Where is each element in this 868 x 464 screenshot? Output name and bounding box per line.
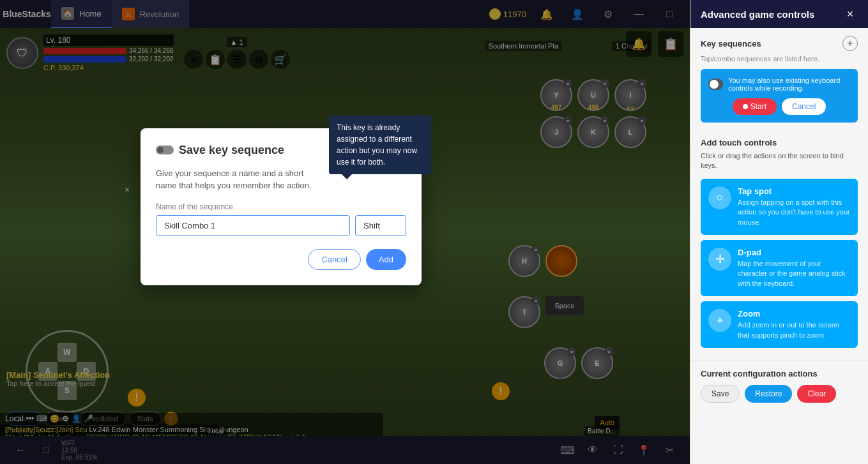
toggle-row: You may also use existing keyboard contr… bbox=[708, 77, 850, 92]
config-section: Current configuration actions Save Resto… bbox=[690, 361, 868, 410]
save-btn[interactable]: Save bbox=[701, 385, 740, 403]
start-recording-btn[interactable]: Start bbox=[733, 98, 777, 115]
save-sequence-dialog: Save key sequence × Give your sequence a… bbox=[141, 128, 422, 285]
tap-spot-desc: Assign tapping on a spot with this actio… bbox=[738, 198, 850, 227]
sequence-key-input[interactable] bbox=[355, 215, 406, 236]
panel-close-btn[interactable]: × bbox=[842, 6, 858, 22]
panel-header: Advanced game controls × bbox=[690, 0, 868, 28]
tap-spot-card[interactable]: ○ Tap spot Assign tapping on a spot with… bbox=[701, 179, 858, 235]
recording-card: You may also use existing keyboard contr… bbox=[701, 69, 858, 123]
recording-toggle[interactable] bbox=[708, 79, 723, 90]
dialog-add-btn[interactable]: Add bbox=[366, 249, 406, 270]
zoom-info: Zoom Add zoom in or out to the screen th… bbox=[738, 309, 850, 340]
key-conflict-tooltip: This key is already assigned to a differ… bbox=[329, 116, 431, 174]
restore-btn[interactable]: Restore bbox=[745, 385, 792, 403]
config-buttons: Save Restore Clear bbox=[701, 385, 858, 403]
dpad-card[interactable]: ✛ D-pad Map the movement of your charact… bbox=[701, 240, 858, 296]
zoom-icon: ⌖ bbox=[708, 309, 731, 332]
recording-text: You may also use existing keyboard contr… bbox=[728, 77, 850, 92]
key-sequences-section: Key sequences + Tap/combo sequences are … bbox=[690, 28, 868, 130]
tap-spot-icon: ○ bbox=[708, 186, 731, 209]
record-dot bbox=[743, 104, 748, 109]
dpad-icon: ✛ bbox=[708, 248, 731, 271]
dpad-desc: Map the movement of your character or th… bbox=[738, 259, 850, 288]
dialog-input-label: Name of the sequence bbox=[156, 202, 406, 211]
dialog-inputs: This key is already assigned to a differ… bbox=[156, 215, 406, 236]
dialog-title-icon bbox=[156, 146, 174, 154]
dpad-info: D-pad Map the movement of your character… bbox=[738, 248, 850, 288]
tap-spot-name: Tap spot bbox=[738, 186, 850, 196]
add-touch-section: Add touch controls Click or drag the act… bbox=[690, 130, 868, 361]
sequence-name-input[interactable] bbox=[156, 215, 350, 236]
recording-action-row: Start Cancel bbox=[708, 98, 850, 115]
clear-btn[interactable]: Clear bbox=[797, 385, 836, 403]
add-touch-header: Add touch controls bbox=[701, 138, 858, 147]
panel-title: Advanced game controls bbox=[701, 9, 814, 20]
zoom-name: Zoom bbox=[738, 309, 850, 318]
modal-overlay: Save key sequence × Give your sequence a… bbox=[0, 0, 690, 464]
cancel-recording-btn[interactable]: Cancel bbox=[782, 98, 826, 115]
key-sequences-desc: Tap/combo sequences are listed here. bbox=[701, 55, 858, 63]
dialog-actions: Cancel Add bbox=[156, 249, 406, 270]
dialog-cancel-btn[interactable]: Cancel bbox=[308, 249, 360, 270]
dpad-name: D-pad bbox=[738, 248, 850, 257]
add-sequence-btn[interactable]: + bbox=[842, 36, 858, 51]
tap-spot-info: Tap spot Assign tapping on a spot with t… bbox=[738, 186, 850, 227]
right-panel: Advanced game controls × Key sequences +… bbox=[690, 0, 868, 464]
config-title: Current configuration actions bbox=[701, 369, 858, 378]
zoom-desc: Add zoom in or out to the screen that su… bbox=[738, 320, 850, 340]
dialog-title: Save key sequence bbox=[179, 144, 284, 157]
add-touch-title: Add touch controls bbox=[701, 138, 777, 147]
zoom-card[interactable]: ⌖ Zoom Add zoom in or out to the screen … bbox=[701, 301, 858, 348]
add-touch-desc: Click or drag the actions on the screen … bbox=[701, 151, 858, 171]
key-sequences-header: Key sequences + bbox=[701, 36, 858, 51]
key-sequences-title: Key sequences bbox=[701, 39, 761, 49]
